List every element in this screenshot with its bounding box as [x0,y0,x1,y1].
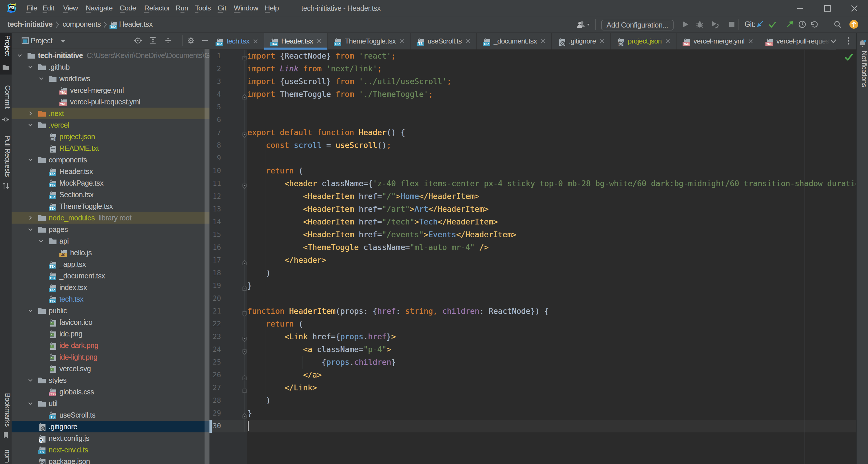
svg-text:TSX: TSX [271,42,277,46]
svg-text:TS: TS [51,415,55,419]
svg-text:}: } [53,136,57,141]
svg-text:}: } [42,461,46,464]
svg-text:YML: YML [60,91,67,94]
svg-text:TSX: TSX [111,25,117,28]
svg-text:TSX: TSX [50,183,56,187]
svg-text:YML: YML [683,42,690,46]
svg-text:}: } [621,41,625,46]
svg-text:TSX: TSX [50,172,56,175]
svg-text:TSX: TSX [216,42,222,46]
svg-text:TSX: TSX [50,288,56,291]
svg-text:WS: WS [9,5,14,9]
svg-text:TSX: TSX [50,195,56,199]
svg-text:TSX: TSX [335,42,341,46]
svg-text:TS: TS [40,450,44,454]
svg-text:TS: TS [418,42,423,46]
svg-text:TSX: TSX [50,207,56,210]
svg-text:TSX: TSX [50,265,56,268]
svg-text:TSX: TSX [484,42,490,46]
svg-text:TSX: TSX [50,277,56,280]
svg-text:YML: YML [766,42,773,46]
svg-text:YML: YML [60,103,67,106]
svg-text:N: N [40,438,42,443]
svg-text:TSX: TSX [50,299,56,303]
svg-text:JS: JS [61,253,65,257]
svg-text:CSS: CSS [49,393,55,396]
